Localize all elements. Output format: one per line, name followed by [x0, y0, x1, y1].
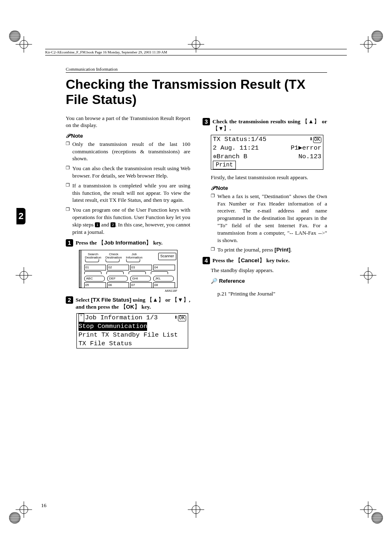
pdf-header-line: Kir-C2-AEcombine_F_FM.book Page 16 Monda… — [45, 49, 347, 55]
list-icon: ≡ — [78, 314, 84, 322]
registration-mark — [16, 501, 32, 518]
note-item: If a transmission is completed while you… — [66, 182, 190, 204]
down-arrow-key: ▼ — [212, 125, 229, 132]
note-item: Only the transmission result of the last… — [66, 141, 190, 162]
chapter-tab: 2 — [16, 208, 25, 224]
note-list: When a fax is sent, "Destination" shows … — [211, 193, 327, 254]
step-number-icon: 1 — [66, 239, 73, 247]
step-ref-2-icon: 2 — [111, 222, 115, 227]
registration-mark — [360, 267, 376, 284]
page-title: Checking the Transmission Result (TX Fil… — [66, 77, 327, 107]
note-item: When a fax is sent, "Destination" shows … — [211, 193, 327, 244]
note-item: You can program one of the User Function… — [66, 206, 190, 235]
down-arrow-key: ▼ — [172, 297, 189, 303]
note-list: Only the transmission result of the last… — [66, 141, 190, 236]
registration-mark — [188, 501, 204, 518]
cancel-key: Cancel — [235, 257, 265, 263]
registration-mark — [16, 267, 32, 284]
step-number-icon: 4 — [203, 257, 210, 264]
pencil-icon: 𝒫 — [211, 185, 214, 191]
note-item: To print the journal, press [Print]. — [211, 246, 327, 254]
lcd-tx-status: TX Status: 1/45⬍OK 2 Aug. 11:21P1▶error … — [211, 135, 323, 170]
running-head: Communication Information — [66, 67, 327, 73]
step-1: 1 Press the Job Information key. — [66, 239, 190, 247]
step-number-icon: 2 — [66, 296, 73, 304]
body-text: Firstly, the latest transmission result … — [211, 174, 327, 181]
ok-key: OK — [120, 304, 140, 310]
intro-paragraph: You can browse a part of the Transmissio… — [66, 115, 190, 129]
registration-mark — [360, 501, 376, 518]
step-number-icon: 3 — [203, 118, 210, 125]
magnifier-icon: 🔎 — [211, 278, 217, 284]
body-text: The standby display appears. — [211, 267, 327, 274]
registration-mark — [360, 36, 376, 53]
control-panel-illustration: Search Destination Check Destination Job… — [79, 250, 178, 293]
page-number: 16 — [41, 502, 46, 509]
registration-mark — [16, 36, 32, 53]
print-softkey: Print — [213, 161, 236, 169]
reference-body: p.21 "Printing the Journal" — [217, 290, 327, 298]
note-heading: 𝒫Note — [211, 185, 327, 192]
up-arrow-key: ▲ — [302, 118, 320, 125]
step-2: 2 Select [TX File Status] using ▲ or ▼, … — [66, 296, 190, 311]
step-ref-1-icon: 1 — [95, 222, 100, 227]
lcd-job-information: ≡Job Information 1/3⬍OK Stop Communicati… — [76, 313, 188, 349]
pencil-icon: 𝒫 — [66, 133, 69, 139]
note-item: You can also check the transmission resu… — [66, 165, 190, 180]
step-3: 3 Check the transmission results using ▲… — [203, 118, 327, 132]
step-4: 4 Press the Cancel key twice. — [203, 257, 327, 264]
job-information-key: Job Information — [98, 240, 152, 246]
reference-heading: 🔎Reference — [211, 277, 327, 285]
note-heading: 𝒫Note — [66, 132, 190, 140]
up-arrow-key: ▲ — [147, 297, 164, 303]
